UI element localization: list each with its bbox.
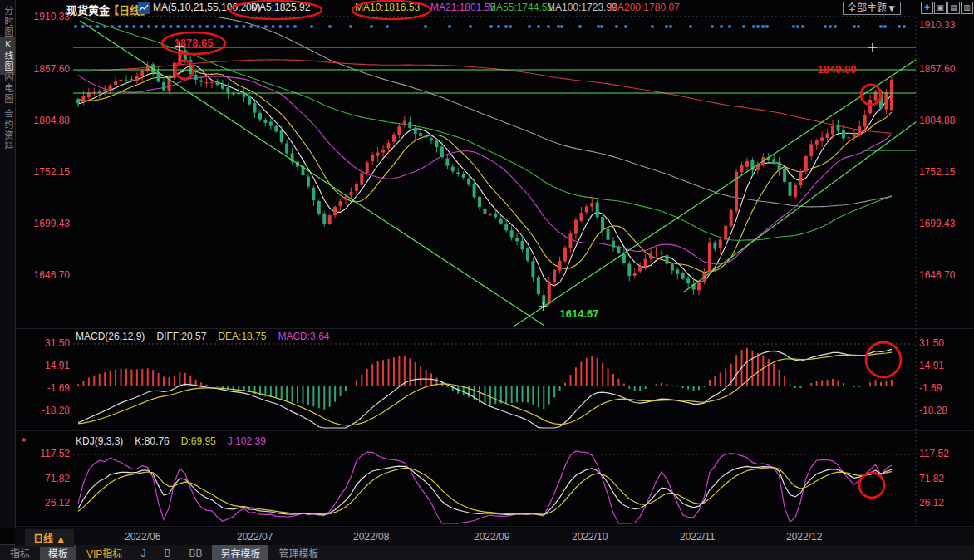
indicator-readout: DIFF:20.57 xyxy=(156,331,206,342)
ma100-line xyxy=(78,12,892,207)
k-line xyxy=(78,466,892,515)
trend-line xyxy=(80,21,544,326)
indicator-readout: DEA:18.75 xyxy=(218,331,266,342)
theme-selector-button[interactable]: 全部主题▼ xyxy=(843,2,901,15)
ma21-line xyxy=(78,76,892,264)
month-label: 2022/06 xyxy=(125,531,160,543)
month-label: 2022/07 xyxy=(237,531,273,543)
crosshair-icon[interactable]: ✚ xyxy=(921,2,933,14)
kdj-panel xyxy=(78,451,892,523)
ma-readout: MA5:1825.92 xyxy=(251,2,310,13)
indicator-readout: J:102.39 xyxy=(228,435,266,447)
ma5-line xyxy=(78,66,892,286)
ma-readout: MA10:1816.53 xyxy=(355,2,420,13)
month-label: 2022/08 xyxy=(353,531,389,543)
indicator-readout: MACD:3.64 xyxy=(278,331,329,342)
ma-readout: MA200:1780.07 xyxy=(609,2,680,13)
ma10-line xyxy=(78,71,892,273)
signal-dots xyxy=(74,25,906,28)
ma-lines xyxy=(78,12,892,286)
chart-canvas[interactable] xyxy=(0,0,974,560)
trend-line xyxy=(683,122,916,292)
chart-header: 现货黄金 【日线】 MA(5,10,21,55,100,200)MA5:1825… xyxy=(0,0,974,17)
ma200-line xyxy=(78,60,892,134)
ma55-line xyxy=(78,14,892,240)
macd-panel xyxy=(78,348,892,428)
macd-header: MACD(26,12,9)DIFF:20.57DEA:18.75MACD:3.6… xyxy=(76,331,341,342)
month-label: 2022/12 xyxy=(786,531,822,543)
month-label: 2022/09 xyxy=(474,531,509,543)
grid-layout-icon[interactable]: ▣ xyxy=(934,2,947,14)
indicator-readout: KDJ(9,3,3) xyxy=(76,435,123,447)
kdj-header: KDJ(9,3,3)K:80.76D:69.95J:102.39 xyxy=(76,435,278,447)
j-line xyxy=(78,451,892,523)
trading-app-window: 分时图K线图闪电图合约资料 现货黄金 【日线】 MA(5,10,21,55,10… xyxy=(0,0,974,560)
period-selector-chip[interactable]: 日线 ▲ xyxy=(25,529,74,547)
d-line xyxy=(78,468,892,514)
pane-layout-icon[interactable]: ▤ xyxy=(947,2,960,14)
indicator-readout: D:69.95 xyxy=(181,435,216,447)
symbol-title: 现货黄金 xyxy=(66,2,110,17)
trend-line xyxy=(514,60,916,327)
indicator-readout: MACD(26,12,9) xyxy=(76,331,145,342)
candlestick-chart-icon xyxy=(138,2,150,14)
month-label: 2022/10 xyxy=(572,531,608,543)
ma-readout: MA21:1801.55 xyxy=(430,2,495,13)
indicator-settings-icon[interactable]: * xyxy=(22,435,26,448)
date-axis-row: 日线 ▲ 2022/062022/072022/082022/092022/10… xyxy=(15,528,974,545)
export-pane-icon[interactable]: ▥ xyxy=(961,2,973,14)
ma-readout: MA100:1723.99 xyxy=(547,2,617,13)
month-label: 2022/11 xyxy=(680,531,716,543)
candles xyxy=(76,45,893,307)
ma-readout: MA(5,10,21,55,100,200) xyxy=(153,2,260,13)
ma-readout: MA55:1744.51 xyxy=(488,2,553,13)
indicator-readout: K:80.76 xyxy=(135,435,169,447)
